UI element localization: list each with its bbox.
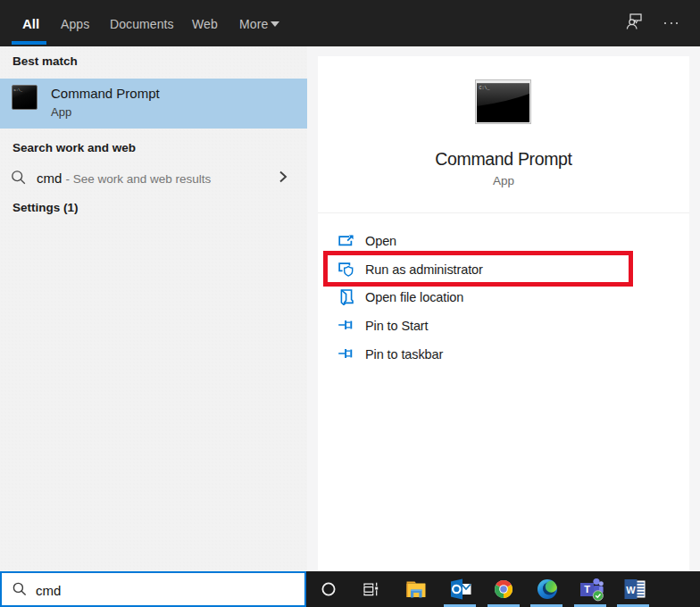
svg-text:C:\_: C:\_ [479,86,491,91]
svg-text:W: W [626,585,636,595]
svg-text:T: T [584,584,590,595]
svg-text:C:\_: C:\_ [14,88,23,92]
